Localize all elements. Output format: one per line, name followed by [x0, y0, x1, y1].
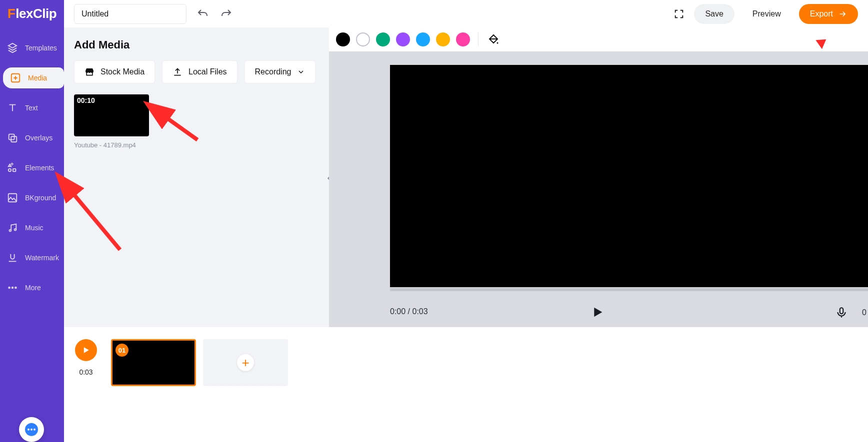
fullscreen-button[interactable]: [671, 6, 687, 22]
microphone-icon: [835, 306, 848, 319]
sidebar-item-elements[interactable]: Elements: [0, 157, 64, 178]
sidebar-item-overlays[interactable]: Overlays: [0, 127, 64, 148]
text-icon: [7, 102, 18, 113]
top-bar: Save Preview Export: [64, 0, 868, 27]
add-clip-button[interactable]: +: [203, 339, 288, 386]
plus-icon: +: [237, 354, 254, 371]
elements-icon: [7, 162, 18, 173]
stock-media-button[interactable]: Stock Media: [74, 60, 155, 83]
save-label: Save: [705, 9, 723, 18]
overlays-icon: [7, 132, 18, 143]
microphone-button[interactable]: [835, 306, 848, 321]
sidebar-item-label: Media: [28, 74, 47, 82]
scrub-bar[interactable]: [390, 288, 868, 291]
paint-bucket-button[interactable]: [486, 32, 500, 46]
swatch-black[interactable]: [336, 32, 350, 46]
recording-label: Recording: [255, 67, 292, 76]
timeline-play-button[interactable]: [75, 339, 97, 361]
svg-rect-12: [840, 308, 844, 314]
export-label: Export: [810, 9, 833, 18]
play-button[interactable]: [590, 304, 608, 322]
timeline-time: 0:03: [75, 368, 97, 376]
sidebar-item-text[interactable]: Text: [0, 97, 64, 118]
sidebar-item-bkground[interactable]: BKground: [0, 187, 64, 208]
right-time-stub: 0: [862, 308, 866, 317]
preview-button[interactable]: Preview: [742, 4, 792, 24]
swatch-blue[interactable]: [416, 32, 430, 46]
sidebar-item-music[interactable]: Music: [0, 217, 64, 238]
swatch-pink[interactable]: [456, 32, 470, 46]
media-filename: Youtube - 41789.mp4: [74, 141, 149, 149]
left-sidebar: FlexClip Templates Media Text Overlays: [0, 0, 64, 442]
svg-point-3: [8, 169, 12, 172]
sidebar-item-templates[interactable]: Templates: [0, 37, 64, 58]
swatch-purple[interactable]: [396, 32, 410, 46]
swatch-white[interactable]: [356, 32, 370, 46]
media-panel: Add Media Stock Media Local Files Record…: [64, 27, 329, 327]
timeline: 0:03 01 +: [64, 327, 868, 442]
export-button[interactable]: Export: [799, 4, 858, 24]
redo-button[interactable]: [218, 6, 234, 22]
play-icon: [590, 304, 606, 320]
paint-bucket-icon: [488, 33, 500, 45]
svg-point-8: [8, 287, 10, 289]
svg-point-6: [10, 230, 12, 232]
preview-label: Preview: [752, 9, 781, 18]
more-icon: [7, 282, 18, 293]
store-icon: [84, 67, 94, 77]
playback-time: 0:00 / 0:03: [390, 307, 428, 316]
swatch-green[interactable]: [376, 32, 390, 46]
chevron-down-icon: [297, 68, 305, 76]
media-duration: 00:10: [77, 96, 95, 104]
timeline-clip[interactable]: 01: [111, 339, 196, 386]
music-icon: [7, 222, 18, 233]
local-files-label: Local Files: [188, 67, 226, 76]
help-chat-button[interactable]: [19, 417, 44, 442]
stock-media-label: Stock Media: [100, 67, 144, 76]
play-icon: [81, 345, 91, 355]
video-stage[interactable]: [390, 65, 868, 287]
sidebar-item-label: Watermark: [25, 254, 59, 262]
canvas-area: 0:00 / 0:03 0: [329, 27, 868, 327]
sidebar-item-label: Elements: [25, 164, 54, 172]
local-files-button[interactable]: Local Files: [162, 60, 237, 83]
sidebar-item-label: Text: [25, 104, 38, 112]
bkground-icon: [7, 192, 18, 203]
sidebar-item-more[interactable]: More: [0, 277, 64, 298]
sidebar-item-watermark[interactable]: Watermark: [0, 247, 64, 268]
sidebar-nav: Templates Media Text Overlays Elements: [0, 27, 64, 298]
sidebar-item-label: Music: [25, 224, 44, 232]
recording-button[interactable]: Recording: [244, 60, 316, 83]
swatch-divider: [478, 32, 478, 46]
sidebar-item-label: Templates: [25, 44, 57, 52]
undo-button[interactable]: [194, 6, 210, 22]
svg-point-7: [14, 229, 16, 231]
media-panel-heading: Add Media: [74, 38, 319, 51]
sidebar-item-media[interactable]: Media: [3, 67, 64, 88]
media-thumbnail: 00:10: [74, 94, 149, 136]
svg-rect-4: [13, 169, 16, 172]
clip-index-badge: 01: [116, 344, 128, 357]
project-title-input[interactable]: [74, 4, 186, 24]
media-icon: [10, 72, 21, 83]
swatch-yellow[interactable]: [436, 32, 450, 46]
templates-icon: [7, 42, 18, 53]
color-swatch-bar: [329, 27, 868, 51]
sidebar-item-label: Overlays: [25, 134, 52, 142]
watermark-icon: [7, 252, 18, 263]
svg-point-9: [12, 287, 14, 289]
save-button[interactable]: Save: [694, 4, 734, 24]
sidebar-item-label: BKground: [25, 194, 56, 202]
svg-point-11: [497, 42, 498, 44]
sidebar-item-label: More: [25, 284, 41, 292]
arrow-right-icon: [838, 9, 847, 18]
chat-icon: [25, 423, 38, 436]
svg-point-10: [15, 287, 16, 289]
media-item[interactable]: 00:10 Youtube - 41789.mp4: [74, 94, 149, 149]
app-logo: FlexClip: [0, 0, 64, 27]
upload-icon: [172, 67, 182, 77]
